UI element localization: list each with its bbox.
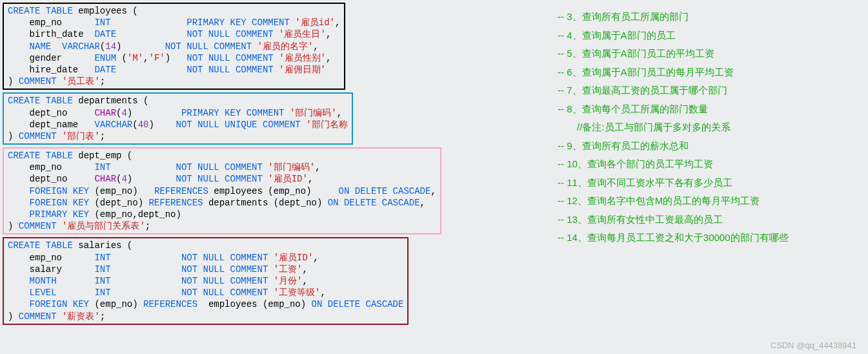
task-6: -- 6、查询属于A部门员工的每月平均工资	[558, 63, 865, 82]
create-table-departments: CREATE TABLE departments ( dept_no CHAR(…	[3, 92, 353, 145]
create-table-employees: CREATE TABLE employees ( emp_no INT PRIM…	[3, 3, 345, 90]
sql-column: CREATE TABLE employees ( emp_no INT PRIM…	[3, 3, 525, 328]
create-table-salaries: CREATE TABLE salaries ( emp_no INT NOT N…	[3, 237, 409, 324]
task-4: -- 4、查询属于A部门的员工	[558, 26, 865, 45]
task-13: -- 13、查询所有女性中工资最高的员工	[558, 211, 865, 229]
task-list: -- 3、查询所有员工所属的部门 -- 4、查询属于A部门的员工 -- 5、查询…	[525, 3, 865, 328]
create-table-dept-emp: CREATE TABLE dept_emp ( emp_no INT NOT N…	[3, 147, 441, 234]
task-note: //备注:员工与部门属于多对多的关系	[558, 118, 865, 137]
task-9: -- 9、查询所有员工的薪水总和	[558, 137, 865, 156]
task-10: -- 10、查询各个部门的员工平均工资	[558, 155, 865, 174]
task-5: -- 5、查询属于A部门员工的平均工资	[558, 45, 865, 63]
task-3: -- 3、查询所有员工所属的部门	[558, 8, 865, 26]
task-12: -- 12、查询名字中包含M的员工的每月平均工资	[558, 192, 865, 211]
task-11: -- 11、查询不同工资水平下各有多少员工	[558, 174, 865, 193]
task-14: -- 14、查询每月员工工资之和大于30000的部门有哪些	[558, 229, 865, 247]
task-7: -- 7、查询最高工资的员工属于哪个部门	[558, 81, 865, 100]
task-8: -- 8、查询每个员工所属的部门数量	[558, 100, 865, 119]
